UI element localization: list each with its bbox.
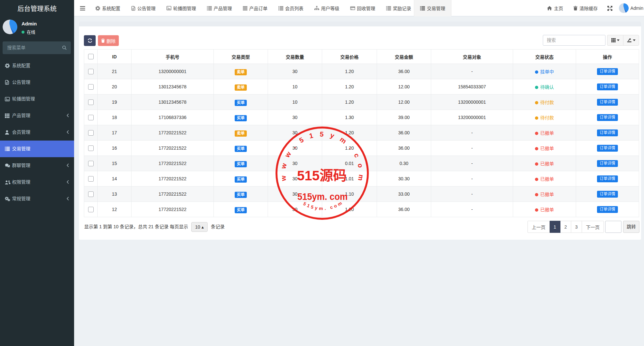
svg-text:515源码: 515源码 [297, 168, 347, 183]
svg-text:515ym. com: 515ym. com [297, 191, 348, 202]
